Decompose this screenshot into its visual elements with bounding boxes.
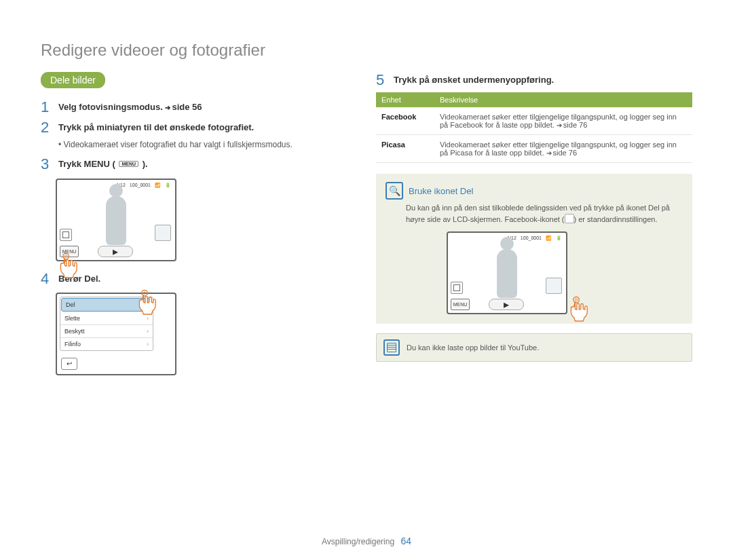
- note-box: Du kan ikke laste opp bilder til YouTube…: [376, 333, 692, 362]
- lcd-playback-control-icon: ▸: [98, 246, 133, 257]
- desc-facebook: Videokameraet søker etter tilgjengelige …: [434, 107, 692, 135]
- page-ref-arrow-icon: [557, 121, 563, 129]
- page-ref: side 56: [172, 102, 202, 112]
- step-3: 3 Trykk MENU ( MENU ).: [41, 156, 357, 172]
- menu-chip-icon: MENU: [119, 161, 138, 167]
- page-ref-arrow-icon: [546, 149, 553, 157]
- submenu-table: Enhet Beskrivelse Facebook Videokameraet…: [376, 92, 692, 163]
- step-text: Trykk MENU ( MENU ).: [58, 156, 148, 169]
- lcd-filecode: 100_0001: [130, 183, 151, 188]
- step-number: 3: [41, 156, 53, 172]
- table-header-unit: Enhet: [376, 92, 434, 107]
- share-area-icon: [546, 278, 562, 294]
- lcd-illustration-share: 1/12 100_0001 📶 🔋 MENU ▸: [447, 231, 576, 314]
- section-heading-pill: Dele bilder: [41, 72, 105, 88]
- left-column: Dele bilder 1 Velg fotovisningsmodus. si…: [41, 72, 357, 385]
- chevron-right-icon: ›: [147, 328, 149, 335]
- unit-facebook: Facebook: [376, 107, 434, 135]
- lcd-menu-button: MENU: [451, 299, 470, 310]
- lcd-illustration-photo: 1/12 100_0001 📶 🔋 MENU ▸: [56, 179, 185, 261]
- thumbnail-button-icon: [60, 229, 72, 241]
- step-text: Trykk på miniatyren til det ønskede foto…: [58, 119, 254, 132]
- step-number: 4: [41, 271, 53, 287]
- page-title: Redigere videoer og fotografier: [41, 41, 692, 60]
- lcd-playback-control-icon: ▸: [489, 299, 524, 310]
- table-header-desc: Beskrivelse: [434, 92, 692, 107]
- desc-picasa: Videokameraet søker etter tilgjengelige …: [434, 135, 692, 163]
- battery-icon: 🔋: [556, 236, 562, 241]
- wifi-icon: 📶: [546, 236, 552, 241]
- panel-title: Bruke ikonet Del: [409, 186, 473, 196]
- thumbnail-button-icon: [451, 282, 463, 294]
- step-4: 4 Berør Del.: [41, 271, 357, 287]
- photo-silhouette: [106, 196, 126, 245]
- lcd-illustration-menu: Del› Slette› Beskytt› Filinfo› ↩: [56, 293, 185, 375]
- step-text: Velg fotovisningsmodus. side 56: [58, 99, 202, 112]
- share-area-icon: [155, 225, 171, 241]
- step-number: 1: [41, 99, 53, 115]
- unit-picasa: Picasa: [376, 135, 434, 163]
- note-icon: [383, 339, 400, 356]
- panel-text: Du kan gå inn på den sist tilkoblede del…: [406, 202, 683, 225]
- right-column: 5 Trykk på ønsket undermenyoppføring. En…: [376, 72, 692, 385]
- table-row: Picasa Videokameraet søker etter tilgjen…: [376, 135, 692, 163]
- table-row: Facebook Videokameraet søker etter tilgj…: [376, 107, 692, 135]
- chevron-right-icon: ›: [147, 341, 149, 348]
- step-text: Trykk på ønsket undermenyoppføring.: [394, 72, 554, 85]
- note-text: Du kan ikke laste opp bilder til YouTube…: [407, 343, 539, 352]
- footer-page-number: 64: [400, 536, 411, 546]
- page-ref-arrow-icon: [165, 102, 172, 112]
- step-1: 1 Velg fotovisningsmodus. side 56: [41, 99, 357, 115]
- step-1-text: Velg fotovisningsmodus.: [58, 102, 163, 112]
- step-2-note: Videokameraet viser fotografiet du har v…: [58, 140, 357, 149]
- step-number: 5: [376, 72, 388, 88]
- info-panel-share-icon: 🔍 Bruke ikonet Del Du kan gå inn på den …: [376, 174, 692, 324]
- facebook-chip-icon: [565, 214, 574, 223]
- photo-silhouette: [497, 249, 517, 298]
- step-3-text-b: ).: [143, 159, 148, 169]
- tap-hand-icon: [137, 288, 160, 317]
- magnifier-icon: 🔍: [386, 182, 403, 200]
- step-number: 2: [41, 119, 53, 136]
- step-2: 2 Trykk på miniatyren til det ønskede fo…: [41, 119, 357, 136]
- lcd-filecode: 100_0001: [521, 236, 542, 241]
- wifi-icon: 📶: [155, 183, 161, 188]
- tap-hand-icon: [58, 252, 81, 280]
- menu-list-item-beskytt: Beskytt›: [60, 325, 153, 338]
- battery-icon: 🔋: [165, 183, 171, 188]
- step-3-text-a: Trykk MENU (: [58, 159, 115, 169]
- step-5: 5 Trykk på ønsket undermenyoppføring.: [376, 72, 692, 88]
- tap-hand-icon: [569, 295, 592, 324]
- footer-section: Avspilling/redigering: [322, 537, 394, 546]
- back-button-icon: ↩: [61, 358, 77, 370]
- menu-list-item-filinfo: Filinfo›: [60, 338, 153, 350]
- page-footer: Avspilling/redigering 64: [0, 536, 733, 546]
